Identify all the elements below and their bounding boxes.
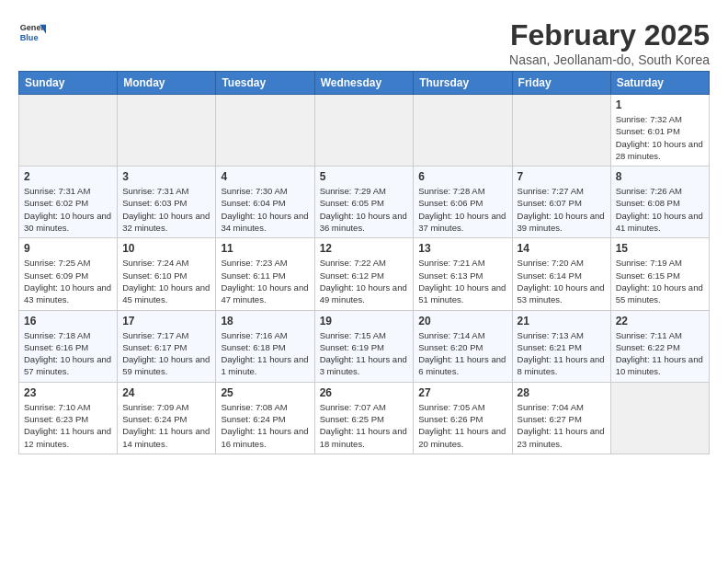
calendar-cell: 16Sunrise: 7:18 AM Sunset: 6:16 PM Dayli… <box>19 310 118 382</box>
day-info: Sunrise: 7:19 AM Sunset: 6:15 PM Dayligh… <box>616 257 704 305</box>
day-header-wednesday: Wednesday <box>314 72 414 95</box>
day-info: Sunrise: 7:04 AM Sunset: 6:27 PM Dayligh… <box>518 401 606 450</box>
calendar-cell <box>610 382 709 454</box>
calendar-cell: 10Sunrise: 7:24 AM Sunset: 6:10 PM Dayli… <box>118 238 216 310</box>
day-number: 17 <box>122 315 210 327</box>
day-number: 14 <box>518 242 606 255</box>
day-info: Sunrise: 7:20 AM Sunset: 6:14 PM Dayligh… <box>518 257 606 305</box>
calendar-cell: 15Sunrise: 7:19 AM Sunset: 6:15 PM Dayli… <box>610 238 709 310</box>
calendar-cell <box>118 95 216 167</box>
day-info: Sunrise: 7:23 AM Sunset: 6:11 PM Dayligh… <box>221 257 309 305</box>
day-info: Sunrise: 7:22 AM Sunset: 6:12 PM Dayligh… <box>320 257 409 305</box>
calendar-cell: 17Sunrise: 7:17 AM Sunset: 6:17 PM Dayli… <box>118 310 216 382</box>
day-info: Sunrise: 7:14 AM Sunset: 6:20 PM Dayligh… <box>418 329 506 378</box>
location: Nasan, Jeollanam-do, South Korea <box>509 52 710 67</box>
day-number: 2 <box>24 170 112 183</box>
day-info: Sunrise: 7:11 AM Sunset: 6:22 PM Dayligh… <box>616 329 704 378</box>
day-info: Sunrise: 7:24 AM Sunset: 6:10 PM Dayligh… <box>122 257 210 305</box>
calendar-cell: 22Sunrise: 7:11 AM Sunset: 6:22 PM Dayli… <box>610 310 709 382</box>
calendar-cell: 5Sunrise: 7:29 AM Sunset: 6:05 PM Daylig… <box>314 167 414 238</box>
day-number: 28 <box>518 386 606 399</box>
day-info: Sunrise: 7:13 AM Sunset: 6:21 PM Dayligh… <box>518 329 606 378</box>
day-info: Sunrise: 7:08 AM Sunset: 6:24 PM Dayligh… <box>221 401 309 450</box>
calendar-cell: 7Sunrise: 7:27 AM Sunset: 6:07 PM Daylig… <box>512 167 610 238</box>
calendar-cell <box>314 95 414 167</box>
day-number: 11 <box>221 242 309 255</box>
day-number: 8 <box>616 170 704 183</box>
day-header-thursday: Thursday <box>414 72 512 95</box>
day-number: 18 <box>221 315 309 327</box>
calendar-table: SundayMondayTuesdayWednesdayThursdayFrid… <box>18 71 710 454</box>
day-number: 27 <box>418 386 506 399</box>
day-header-saturday: Saturday <box>610 72 709 95</box>
day-number: 5 <box>320 170 409 183</box>
day-number: 15 <box>616 242 704 255</box>
day-number: 16 <box>24 315 112 327</box>
day-header-friday: Friday <box>512 72 610 95</box>
calendar-cell: 14Sunrise: 7:20 AM Sunset: 6:14 PM Dayli… <box>512 238 610 310</box>
day-info: Sunrise: 7:29 AM Sunset: 6:05 PM Dayligh… <box>320 185 409 234</box>
day-info: Sunrise: 7:18 AM Sunset: 6:16 PM Dayligh… <box>24 329 112 378</box>
day-header-sunday: Sunday <box>19 72 118 95</box>
day-number: 3 <box>122 170 210 183</box>
calendar-week-4: 16Sunrise: 7:18 AM Sunset: 6:16 PM Dayli… <box>19 310 710 382</box>
day-info: Sunrise: 7:16 AM Sunset: 6:18 PM Dayligh… <box>221 329 309 378</box>
day-info: Sunrise: 7:05 AM Sunset: 6:26 PM Dayligh… <box>418 401 506 450</box>
day-info: Sunrise: 7:27 AM Sunset: 6:07 PM Dayligh… <box>518 185 606 234</box>
day-number: 6 <box>418 170 506 183</box>
calendar-week-1: 1Sunrise: 7:32 AM Sunset: 6:01 PM Daylig… <box>19 95 710 167</box>
calendar-cell: 24Sunrise: 7:09 AM Sunset: 6:24 PM Dayli… <box>118 382 216 454</box>
calendar-cell: 8Sunrise: 7:26 AM Sunset: 6:08 PM Daylig… <box>610 167 709 238</box>
calendar-cell: 23Sunrise: 7:10 AM Sunset: 6:23 PM Dayli… <box>19 382 118 454</box>
calendar-cell <box>512 95 610 167</box>
day-info: Sunrise: 7:15 AM Sunset: 6:19 PM Dayligh… <box>320 329 409 378</box>
calendar-header-row: SundayMondayTuesdayWednesdayThursdayFrid… <box>19 72 710 95</box>
day-number: 13 <box>418 242 506 255</box>
day-info: Sunrise: 7:31 AM Sunset: 6:02 PM Dayligh… <box>24 185 112 234</box>
day-number: 22 <box>616 315 704 327</box>
day-number: 1 <box>616 98 704 111</box>
calendar-cell: 9Sunrise: 7:25 AM Sunset: 6:09 PM Daylig… <box>19 238 118 310</box>
calendar-cell: 20Sunrise: 7:14 AM Sunset: 6:20 PM Dayli… <box>414 310 512 382</box>
day-info: Sunrise: 7:32 AM Sunset: 6:01 PM Dayligh… <box>616 113 704 162</box>
calendar-week-5: 23Sunrise: 7:10 AM Sunset: 6:23 PM Dayli… <box>19 382 710 454</box>
calendar-cell: 13Sunrise: 7:21 AM Sunset: 6:13 PM Dayli… <box>414 238 512 310</box>
day-info: Sunrise: 7:21 AM Sunset: 6:13 PM Dayligh… <box>418 257 506 305</box>
calendar-cell: 12Sunrise: 7:22 AM Sunset: 6:12 PM Dayli… <box>314 238 414 310</box>
calendar-cell: 11Sunrise: 7:23 AM Sunset: 6:11 PM Dayli… <box>216 238 314 310</box>
calendar-cell: 1Sunrise: 7:32 AM Sunset: 6:01 PM Daylig… <box>610 95 709 167</box>
day-info: Sunrise: 7:09 AM Sunset: 6:24 PM Dayligh… <box>122 401 210 450</box>
calendar-cell: 3Sunrise: 7:31 AM Sunset: 6:03 PM Daylig… <box>118 167 216 238</box>
day-number: 10 <box>122 242 210 255</box>
calendar-week-3: 9Sunrise: 7:25 AM Sunset: 6:09 PM Daylig… <box>19 238 710 310</box>
day-info: Sunrise: 7:30 AM Sunset: 6:04 PM Dayligh… <box>221 185 309 234</box>
day-info: Sunrise: 7:25 AM Sunset: 6:09 PM Dayligh… <box>24 257 112 305</box>
day-number: 12 <box>320 242 409 255</box>
day-number: 24 <box>122 386 210 399</box>
calendar-cell <box>216 95 314 167</box>
svg-text:Blue: Blue <box>20 33 39 42</box>
day-number: 25 <box>221 386 309 399</box>
calendar-cell <box>19 95 118 167</box>
calendar-cell: 2Sunrise: 7:31 AM Sunset: 6:02 PM Daylig… <box>19 167 118 238</box>
logo-icon: General Blue <box>18 18 46 46</box>
logo: General Blue <box>18 18 46 46</box>
day-info: Sunrise: 7:17 AM Sunset: 6:17 PM Dayligh… <box>122 329 210 378</box>
page-header: General Blue February 2025 Nasan, Jeolla… <box>18 18 710 67</box>
calendar-cell: 27Sunrise: 7:05 AM Sunset: 6:26 PM Dayli… <box>414 382 512 454</box>
day-header-tuesday: Tuesday <box>216 72 314 95</box>
calendar-cell: 6Sunrise: 7:28 AM Sunset: 6:06 PM Daylig… <box>414 167 512 238</box>
day-info: Sunrise: 7:10 AM Sunset: 6:23 PM Dayligh… <box>24 401 112 450</box>
day-number: 23 <box>24 386 112 399</box>
calendar-cell <box>414 95 512 167</box>
calendar-week-2: 2Sunrise: 7:31 AM Sunset: 6:02 PM Daylig… <box>19 167 710 238</box>
calendar-cell: 21Sunrise: 7:13 AM Sunset: 6:21 PM Dayli… <box>512 310 610 382</box>
calendar-cell: 25Sunrise: 7:08 AM Sunset: 6:24 PM Dayli… <box>216 382 314 454</box>
day-number: 20 <box>418 315 506 327</box>
day-number: 21 <box>518 315 606 327</box>
calendar-cell: 4Sunrise: 7:30 AM Sunset: 6:04 PM Daylig… <box>216 167 314 238</box>
day-number: 4 <box>221 170 309 183</box>
calendar-cell: 18Sunrise: 7:16 AM Sunset: 6:18 PM Dayli… <box>216 310 314 382</box>
day-number: 9 <box>24 242 112 255</box>
day-number: 26 <box>320 386 409 399</box>
